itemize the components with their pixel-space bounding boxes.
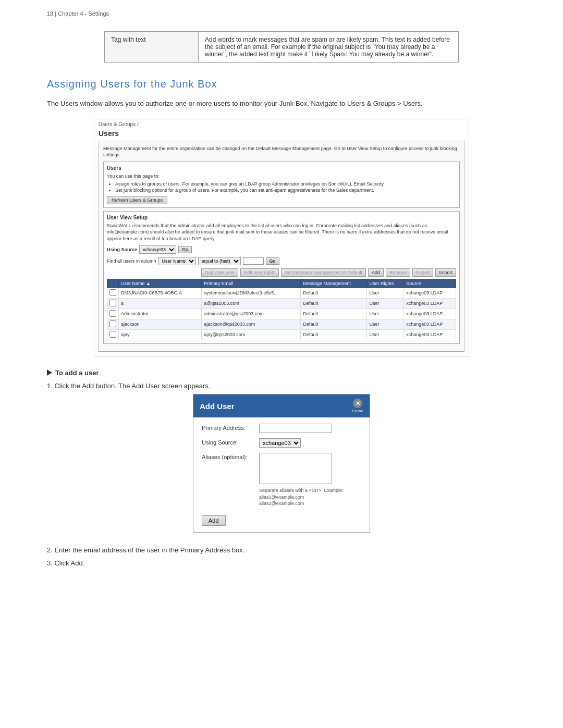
step2: 2. Enter the email address of the user i… (47, 545, 516, 556)
dialog-add-btn[interactable]: Add (202, 515, 226, 526)
set-mgmt-btn[interactable]: Set message management to Default (281, 268, 366, 277)
source-row: Using Source xchange03 Go (107, 245, 456, 254)
row-rights: User (367, 298, 404, 309)
col-rights: User Rights (367, 279, 404, 288)
row-mgmt: Default (301, 298, 367, 309)
aliases-input[interactable] (259, 453, 332, 484)
row-checkbox[interactable] (107, 309, 119, 319)
col-source: Source (404, 279, 456, 288)
col-username: User Name ▲ (119, 279, 202, 288)
row-email: ajackson@qss2003.com (202, 319, 301, 329)
row-source: xchange03 LDAP (404, 309, 456, 319)
using-source-row: Using Source: xchange03 (202, 438, 361, 448)
users-box-title: Users (107, 165, 456, 171)
source-go-btn[interactable]: Go (178, 246, 192, 253)
source-label: Using Source (107, 247, 137, 252)
col-checkbox (107, 279, 119, 288)
row-mgmt: Default (301, 319, 367, 329)
triangle-icon (47, 369, 52, 376)
row-checkbox[interactable] (107, 298, 119, 309)
info-bar: Message Management for the entire organi… (103, 145, 460, 158)
edit-rights-btn[interactable]: Edit user rights (240, 268, 279, 277)
col-mgmt: Message Management (301, 279, 367, 288)
aliases-label: Aliases (optional): (202, 453, 259, 460)
header-label: 18 | Chapter 4 - Settings (47, 10, 109, 17)
section-intro: The Users window allows you to authorize… (47, 98, 516, 109)
row-email: a@qss2003.com (202, 298, 301, 309)
add-user-btn[interactable]: Add (368, 268, 384, 277)
find-label: Find all users in column (107, 258, 156, 264)
row-checkbox[interactable] (107, 329, 119, 340)
section-heading: Assigning Users for the Junk Box (47, 78, 516, 90)
source-select[interactable]: xchange03 (139, 245, 176, 254)
primary-address-row: Primary Address: (202, 424, 361, 433)
users-box-desc: You can use this page to: Assign roles t… (107, 173, 456, 194)
table-row: ajackson ajackson@qss2003.com Default Us… (107, 319, 456, 329)
tag-table: Tag with text Add words to mark messages… (104, 31, 459, 63)
add-user-dialog: Add User ✕ Close Primary Address: Using … (193, 394, 370, 533)
duplicate-user-btn[interactable]: Duplicate user (201, 268, 239, 277)
tag-label: Tag with text (105, 32, 199, 63)
row-username: ajay (119, 329, 202, 340)
to-add-label: To add a user (55, 369, 99, 377)
col-email: Primary Email (202, 279, 301, 288)
row-email: systemmailbox@DM3elect9-c6e5... (202, 288, 301, 298)
row-mgmt: Default (301, 309, 367, 319)
action-row: Duplicate user Edit user rights Set mess… (107, 268, 456, 277)
row-source: xchange03 LDAP (404, 298, 456, 309)
close-icon: ✕ (353, 399, 362, 408)
instructions: To add a user 1. Click the Add button. T… (47, 369, 516, 569)
user-view-text: SonicWALL recommends that the administra… (107, 223, 456, 242)
row-rights: User (367, 329, 404, 340)
page-header: 18 | Chapter 4 - Settings (47, 10, 516, 21)
aliases-row: Aliases (optional): Separate aliases wit… (202, 453, 361, 507)
row-checkbox[interactable] (107, 288, 119, 298)
row-username: a (119, 298, 202, 309)
row-rights: User (367, 319, 404, 329)
using-source-select[interactable]: xchange03 (259, 438, 301, 448)
dialog-close-btn[interactable]: ✕ Close (352, 399, 363, 413)
users-panel: Users & Groups / Users Message Managemen… (94, 119, 469, 356)
step3: 3. Click Add. (47, 558, 516, 569)
using-source-field: xchange03 (259, 438, 361, 448)
table-row: DM3JNACI9-C6B75-4OBC-A systemmailbox@DM3… (107, 288, 456, 298)
row-source: xchange03 LDAP (404, 288, 456, 298)
breadcrumb: Users & Groups / (94, 119, 469, 127)
col-select[interactable]: User Name (158, 257, 196, 265)
row-rights: User (367, 309, 404, 319)
using-source-label: Using Source: (202, 438, 259, 446)
dialog-header: Add User ✕ Close (193, 394, 370, 417)
row-source: xchange03 LDAP (404, 319, 456, 329)
close-label: Close (352, 409, 363, 413)
users-table: User Name ▲ Primary Email Message Manage… (107, 279, 456, 340)
find-input[interactable] (243, 257, 264, 265)
user-view-title: User View Setup (107, 215, 456, 220)
import-btn[interactable]: Import (435, 268, 456, 277)
row-email: ajay@qss2003.com (202, 329, 301, 340)
primary-address-field (259, 424, 361, 433)
row-username: Administrator (119, 309, 202, 319)
table-row: Administrator administrator@qss2003.com … (107, 309, 456, 319)
row-username: DM3JNACI9-C6B75-4OBC-A (119, 288, 202, 298)
alias-hint: Separate aliases with a <CR>. Example: a… (259, 487, 361, 507)
table-row: ajay ajay@qss2003.com Default User xchan… (107, 329, 456, 340)
primary-address-input[interactable] (259, 424, 332, 433)
row-email: administrator@qss2003.com (202, 309, 301, 319)
user-view-setup-box: User View Setup SonicWALL recommends tha… (103, 211, 460, 344)
refresh-users-btn[interactable]: Refresh Users & Groups (107, 196, 167, 204)
to-add-header: To add a user (47, 369, 516, 377)
row-source: xchange03 LDAP (404, 329, 456, 340)
row-checkbox[interactable] (107, 319, 119, 329)
dialog-title: Add User (200, 402, 235, 411)
dialog-body: Primary Address: Using Source: xchange03… (193, 417, 370, 532)
remove-user-btn[interactable]: Remove (386, 268, 411, 277)
tag-description: Add words to mark messages that are spam… (199, 32, 459, 63)
export-btn[interactable]: Export (412, 268, 433, 277)
step1: 1. Click the Add button. The Add User sc… (47, 381, 516, 391)
operator-select[interactable]: equal to (fast) (198, 257, 241, 265)
row-username: ajackson (119, 319, 202, 329)
row-mgmt: Default (301, 288, 367, 298)
find-go-btn[interactable]: Go (266, 257, 279, 265)
panel-title: Users (94, 127, 469, 141)
primary-address-label: Primary Address: (202, 424, 259, 431)
